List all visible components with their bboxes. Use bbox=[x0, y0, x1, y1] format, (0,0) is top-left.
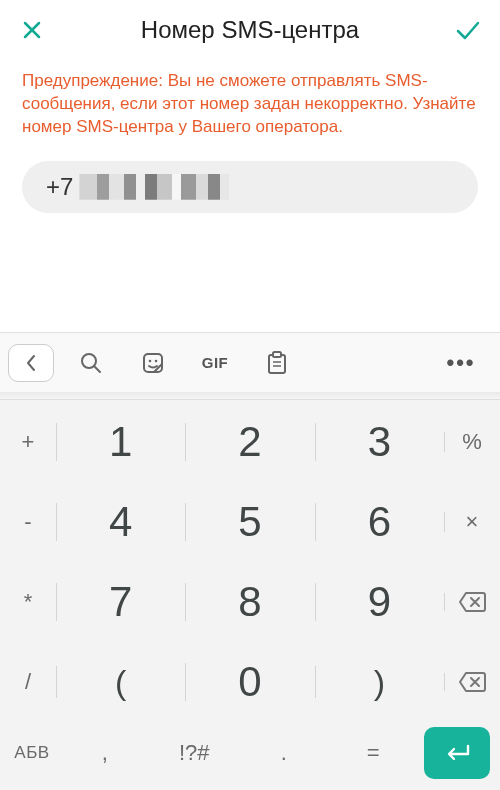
numpad-row-2: - 4 5 6 × bbox=[0, 482, 500, 562]
keyboard-bottom-row: АБВ , !?# . = bbox=[0, 722, 500, 786]
enter-icon bbox=[442, 743, 472, 763]
svg-point-3 bbox=[155, 359, 158, 362]
key-dot[interactable]: . bbox=[239, 740, 329, 766]
svg-point-2 bbox=[149, 359, 152, 362]
smsc-number-input[interactable]: +7 bbox=[22, 161, 478, 213]
input-prefix: +7 bbox=[46, 173, 73, 201]
more-icon[interactable]: ••• bbox=[430, 350, 492, 376]
header: Номер SMS-центра bbox=[0, 0, 500, 64]
key-3[interactable]: 3 bbox=[315, 418, 444, 466]
key-4[interactable]: 4 bbox=[56, 498, 185, 546]
key-minus[interactable]: - bbox=[0, 509, 56, 535]
warning-text: Предупреждение: Вы не сможете отправлять… bbox=[22, 70, 478, 139]
key-6[interactable]: 6 bbox=[315, 498, 444, 546]
key-lparen[interactable]: ( bbox=[56, 663, 185, 702]
collapse-toolbar-button[interactable] bbox=[8, 344, 54, 382]
key-9[interactable]: 9 bbox=[315, 578, 444, 626]
key-1[interactable]: 1 bbox=[56, 418, 185, 466]
svg-rect-1 bbox=[144, 354, 162, 372]
key-0[interactable]: 0 bbox=[185, 658, 314, 706]
keyboard-toolbar: GIF ••• bbox=[0, 332, 500, 392]
key-equals[interactable]: = bbox=[329, 740, 419, 766]
key-backspace[interactable] bbox=[444, 671, 500, 693]
numpad-row-3: * 7 8 9 bbox=[0, 562, 500, 642]
key-rparen[interactable]: ) bbox=[315, 663, 444, 702]
key-asterisk[interactable]: * bbox=[0, 589, 56, 615]
key-5[interactable]: 5 bbox=[185, 498, 314, 546]
sticker-icon[interactable] bbox=[122, 351, 184, 375]
key-multiply[interactable]: × bbox=[444, 509, 500, 535]
key-8[interactable]: 8 bbox=[185, 578, 314, 626]
key-plus[interactable]: + bbox=[0, 429, 56, 455]
confirm-icon[interactable] bbox=[452, 14, 484, 46]
numpad-row-4: / ( 0 ) bbox=[0, 642, 500, 722]
key-symbols[interactable]: !?# bbox=[150, 740, 240, 766]
key-slash[interactable]: / bbox=[0, 669, 56, 695]
keyboard-separator bbox=[0, 392, 500, 400]
key-comma[interactable]: , bbox=[60, 740, 150, 766]
backspace-secondary[interactable] bbox=[444, 591, 500, 613]
numpad: + 1 2 3 % - 4 5 6 × * 7 8 9 / ( 0 ) bbox=[0, 400, 500, 790]
content-area: Предупреждение: Вы не сможете отправлять… bbox=[0, 64, 500, 213]
key-abc[interactable]: АБВ bbox=[4, 743, 60, 763]
redacted-number bbox=[79, 174, 229, 200]
key-enter[interactable] bbox=[424, 727, 490, 779]
search-icon[interactable] bbox=[60, 351, 122, 375]
page-title: Номер SMS-центра bbox=[141, 16, 359, 44]
key-percent[interactable]: % bbox=[444, 429, 500, 455]
key-2[interactable]: 2 bbox=[185, 418, 314, 466]
keyboard: GIF ••• + 1 2 3 % - 4 5 6 × * 7 8 9 bbox=[0, 332, 500, 790]
clipboard-icon[interactable] bbox=[246, 351, 308, 375]
numpad-row-1: + 1 2 3 % bbox=[0, 402, 500, 482]
close-icon[interactable] bbox=[16, 14, 48, 46]
svg-rect-5 bbox=[273, 352, 281, 357]
key-7[interactable]: 7 bbox=[56, 578, 185, 626]
gif-button[interactable]: GIF bbox=[184, 354, 246, 371]
